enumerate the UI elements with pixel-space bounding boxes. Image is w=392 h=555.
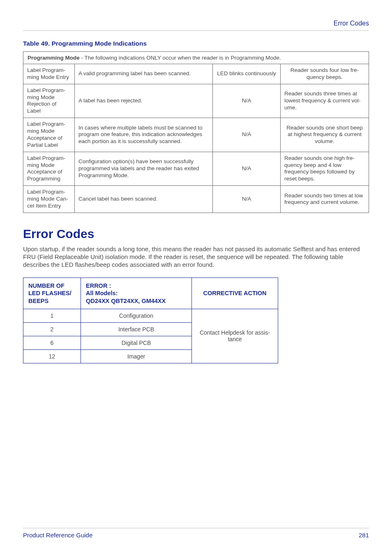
cell: A valid programming label has been scann… (75, 64, 213, 84)
cell: Reader sounds one short beep at highest … (281, 118, 369, 152)
cell: Label Program­ming Mode Entry (23, 64, 75, 84)
cell: Cancel label has been scanned. (75, 186, 213, 213)
error-codes-body: Upon startup, if the reader sounds a lon… (23, 245, 369, 269)
header-cell: NUMBER OF LED FLASHES/ BEEPS (23, 278, 81, 309)
th-line: NUMBER OF (28, 282, 65, 289)
programming-mode-intro-rest: - The following indications ONLY occur w… (80, 55, 281, 61)
cell: N/A (213, 186, 281, 213)
programming-mode-table: Label Program­ming Mode Entry A valid pr… (23, 64, 369, 213)
cell: Label Program­ming Mode Acceptance of Pa… (23, 118, 75, 152)
header-cell: ERROR : All Models: QD24XX QBT24XX, GM44… (81, 278, 192, 309)
page-header-right: Error Codes (23, 20, 369, 27)
footer-left: Product Reference Guide (23, 532, 92, 539)
table-row: Label Program­ming Mode Entry A valid pr… (23, 64, 369, 84)
cell: Configuration (81, 309, 192, 322)
table-row: Label Program­ming Mode Acceptance of Pa… (23, 118, 369, 152)
cell: A label has been rejected. (75, 84, 213, 118)
header-cell: CORRECTIVE ACTION (192, 278, 278, 309)
table-row: Label Program­ming Mode Acceptance of Pr… (23, 152, 369, 186)
cell: N/A (213, 118, 281, 152)
programming-mode-intro-bold: Programming Mode (28, 55, 80, 61)
cell: N/A (213, 152, 281, 186)
cell: Label Program­ming Mode Rejec­tion of La… (23, 84, 75, 118)
cell: Reader sounds two times at low frequency… (281, 186, 369, 213)
cell: Reader sounds four low fre­quency beeps. (281, 64, 369, 84)
cell: 6 (23, 336, 81, 349)
cell: Reader sounds one high fre­quency beep a… (281, 152, 369, 186)
cell: Contact Helpdesk for assis­tance (192, 309, 278, 363)
header-divider (23, 30, 369, 31)
cell: N/A (213, 84, 281, 118)
cell: Digital PCB (81, 336, 192, 349)
cell: LED blinks continuously (213, 64, 281, 84)
cell: Reader sounds three times at lowest freq… (281, 84, 369, 118)
cell: Label Program­ming Mode Can­cel Item Ent… (23, 186, 75, 213)
th-line: LED FLASHES/ (28, 290, 71, 296)
cell: Interface PCB (81, 322, 192, 336)
cell: 1 (23, 309, 81, 322)
th-line: ERROR : (86, 282, 111, 289)
footer-page-number: 281 (359, 532, 369, 539)
programming-mode-intro: Programming Mode - The following indicat… (23, 51, 369, 64)
table-header-row: NUMBER OF LED FLASHES/ BEEPS ERROR : All… (23, 278, 278, 309)
page-footer: Product Reference Guide 281 (23, 528, 369, 539)
cell: Label Program­ming Mode Acceptance of Pr… (23, 152, 75, 186)
table49-caption: Table 49. Programming Mode Indications (23, 40, 369, 47)
table-row: Label Program­ming Mode Rejec­tion of La… (23, 84, 369, 118)
error-codes-table: NUMBER OF LED FLASHES/ BEEPS ERROR : All… (23, 278, 278, 363)
table-row: Label Program­ming Mode Can­cel Item Ent… (23, 186, 369, 213)
th-line: QD24XX QBT24XX, GM44XX (86, 298, 166, 304)
th-line: BEEPS (28, 298, 48, 304)
error-codes-heading: Error Codes (23, 227, 369, 241)
cell: Configuration option(s) have been succes… (75, 152, 213, 186)
cell: Imager (81, 349, 192, 363)
cell: 2 (23, 322, 81, 336)
table-row: 1 Configuration Contact Helpdesk for ass… (23, 309, 278, 322)
th-line: All Models: (86, 290, 118, 296)
cell: In cases where multiple labels must be s… (75, 118, 213, 152)
cell: 12 (23, 349, 81, 363)
